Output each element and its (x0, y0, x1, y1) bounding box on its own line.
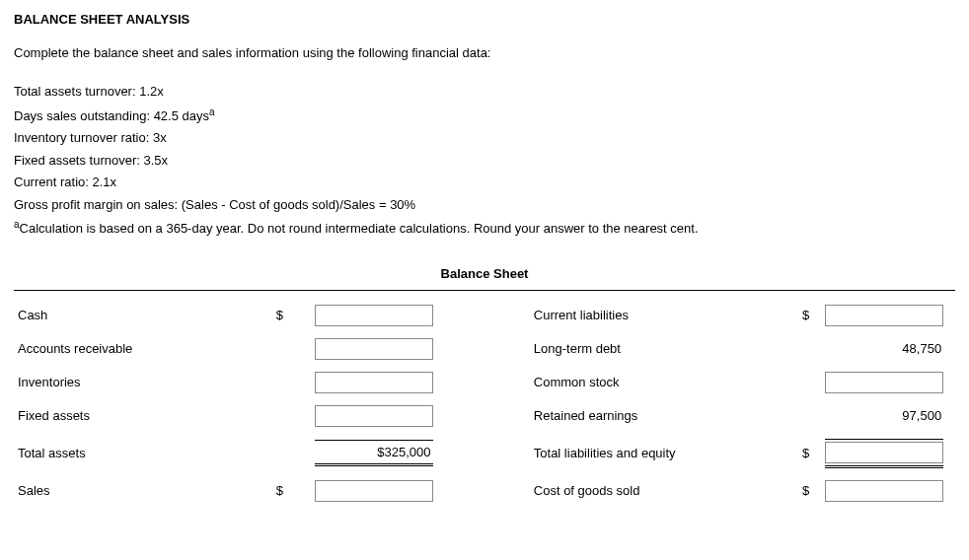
total-liab-equity-box (825, 439, 943, 468)
currency-symbol: $ (764, 474, 813, 508)
input-cogs[interactable] (825, 480, 943, 502)
label-cash: Cash (14, 299, 238, 332)
input-sales[interactable] (315, 480, 433, 502)
page-title: BALANCE SHEET ANALYSIS (14, 10, 955, 30)
table-row: Sales $ Cost of goods sold $ (14, 474, 955, 508)
label-inventories: Inventories (14, 366, 238, 399)
table-row: Accounts receivable Long-term debt 48,75… (14, 332, 955, 366)
input-inventories[interactable] (315, 372, 433, 393)
label-sales: Sales (14, 474, 238, 508)
ratio-current: Current ratio: 2.1x (14, 173, 955, 192)
balance-sheet-table: Cash $ Current liabilities $ Accounts re… (14, 290, 955, 508)
value-retained-earnings: 97,500 (825, 406, 943, 426)
footnote-ref-a: a (209, 106, 215, 117)
ratio-fixed-assets-turnover: Fixed assets turnover: 3.5x (14, 151, 955, 171)
ratio-dso-text: Days sales outstanding: 42.5 days (14, 108, 209, 123)
label-total-liab-equity: Total liabilities and equity (530, 433, 764, 474)
currency-symbol: $ (764, 433, 813, 474)
label-common-stock: Common stock (530, 366, 764, 399)
footnote-a: aCalculation is based on a 365-day year.… (14, 217, 955, 239)
input-accounts-receivable[interactable] (315, 338, 433, 360)
value-total-assets: $325,000 (315, 443, 433, 462)
label-long-term-debt: Long-term debt (530, 332, 764, 366)
table-row: Total assets $325,000 Total liabilities … (14, 433, 955, 474)
total-assets-box: $325,000 (315, 440, 433, 467)
label-cogs: Cost of goods sold (530, 474, 764, 508)
balance-sheet-heading: Balance Sheet (14, 264, 955, 284)
input-cash[interactable] (315, 305, 433, 326)
label-total-assets: Total assets (14, 433, 238, 474)
ratio-dso: Days sales outstanding: 42.5 daysa (14, 105, 955, 126)
table-row: Inventories Common stock (14, 366, 955, 399)
intro-text: Complete the balance sheet and sales inf… (14, 43, 955, 63)
label-accounts-receivable: Accounts receivable (14, 332, 238, 366)
ratio-gross-margin: Gross profit margin on sales: (Sales - C… (14, 195, 955, 215)
input-common-stock[interactable] (825, 372, 943, 393)
input-current-liabilities[interactable] (825, 305, 943, 326)
label-fixed-assets: Fixed assets (14, 399, 238, 433)
label-retained-earnings: Retained earnings (530, 399, 764, 433)
label-current-liabilities: Current liabilities (530, 299, 764, 332)
currency-symbol: $ (764, 299, 813, 332)
input-total-liab-equity[interactable] (825, 442, 943, 463)
value-long-term-debt: 48,750 (825, 339, 943, 359)
ratio-total-assets-turnover: Total assets turnover: 1.2x (14, 82, 955, 102)
ratio-inventory-turnover: Inventory turnover ratio: 3x (14, 128, 955, 148)
footnote-text: Calculation is based on a 365-day year. … (20, 222, 699, 237)
table-row: Fixed assets Retained earnings 97,500 (14, 399, 955, 433)
input-fixed-assets[interactable] (315, 405, 433, 427)
table-row: Cash $ Current liabilities $ (14, 299, 955, 332)
currency-symbol: $ (238, 474, 287, 508)
currency-symbol: $ (238, 299, 287, 332)
